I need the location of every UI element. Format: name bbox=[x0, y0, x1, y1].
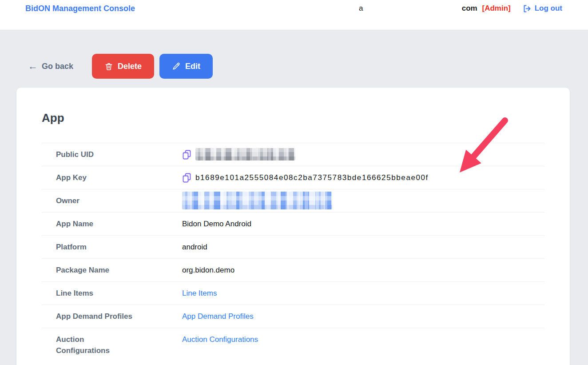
row-value-text: b1689e101a2555084e08c2ba7375783bde166625… bbox=[195, 172, 429, 183]
row-value-link[interactable]: App Demand Profiles bbox=[182, 311, 254, 322]
logout-icon bbox=[522, 4, 532, 13]
row-label: Line Items bbox=[42, 288, 182, 299]
card-title: App bbox=[42, 111, 544, 125]
admin-role-badge: [Admin] bbox=[482, 4, 510, 12]
pencil-icon bbox=[172, 62, 181, 71]
detail-table: Public UID App Key b1689e101a2555084e08c… bbox=[42, 143, 544, 362]
logout-button[interactable]: Log out bbox=[522, 4, 562, 13]
row-value-text: android bbox=[182, 241, 207, 253]
go-back-label: Go back bbox=[42, 62, 73, 71]
logout-label: Log out bbox=[535, 4, 562, 13]
row-label: Owner bbox=[42, 195, 182, 206]
table-row: Public UID bbox=[42, 143, 544, 166]
edit-button[interactable]: Edit bbox=[159, 54, 213, 79]
topbar-right: com [Admin] Log out bbox=[462, 4, 562, 13]
redacted-value bbox=[195, 148, 295, 160]
row-value bbox=[182, 195, 332, 206]
back-arrow-icon: ← bbox=[28, 62, 38, 70]
row-value-text: org.bidon.demo bbox=[182, 265, 234, 276]
row-value: Bidon Demo Android bbox=[182, 218, 251, 229]
row-value: org.bidon.demo bbox=[182, 265, 234, 276]
table-row: Platform android bbox=[42, 235, 544, 258]
row-value: Line Items bbox=[182, 288, 217, 299]
row-label: Auction Configurations bbox=[42, 334, 182, 356]
redacted-value bbox=[182, 192, 332, 209]
row-value: android bbox=[182, 241, 207, 253]
trash-icon bbox=[104, 62, 113, 71]
app-title[interactable]: BidON Management Console bbox=[25, 4, 135, 13]
table-row: Owner bbox=[42, 189, 544, 212]
row-label: App Demand Profiles bbox=[42, 311, 182, 322]
row-value bbox=[182, 149, 295, 160]
row-value: b1689e101a2555084e08c2ba7375783bde166625… bbox=[182, 172, 429, 183]
go-back-button[interactable]: ← Go back bbox=[28, 62, 73, 71]
row-label: App Key bbox=[42, 172, 182, 183]
table-row: App Demand Profiles App Demand Profiles bbox=[42, 305, 544, 328]
stray-text: a bbox=[359, 4, 363, 13]
row-label: Public UID bbox=[42, 149, 182, 160]
row-label: App Name bbox=[42, 218, 182, 229]
row-value-link[interactable]: Auction Configurations bbox=[182, 334, 258, 345]
row-label: Package Name bbox=[42, 265, 182, 276]
row-label: Platform bbox=[42, 241, 182, 253]
top-navbar: BidON Management Console a com [Admin] L… bbox=[0, 0, 588, 30]
user-name-fragment: com bbox=[462, 4, 477, 12]
row-value: App Demand Profiles bbox=[182, 311, 254, 322]
copy-icon[interactable] bbox=[182, 149, 191, 160]
copy-icon[interactable] bbox=[182, 172, 191, 183]
toolbar: ← Go back Delete Edit bbox=[0, 54, 588, 79]
user-info: com [Admin] bbox=[462, 4, 511, 13]
table-row: Line Items Line Items bbox=[42, 281, 544, 305]
row-value-text: Bidon Demo Android bbox=[182, 218, 251, 229]
edit-label: Edit bbox=[185, 62, 200, 71]
table-row: Auction Configurations Auction Configura… bbox=[42, 328, 544, 362]
table-row: App Name Bidon Demo Android bbox=[42, 212, 544, 235]
delete-button[interactable]: Delete bbox=[92, 54, 154, 79]
table-row: Package Name org.bidon.demo bbox=[42, 258, 544, 281]
delete-label: Delete bbox=[118, 62, 142, 71]
row-value: Auction Configurations bbox=[182, 334, 258, 345]
row-value-link[interactable]: Line Items bbox=[182, 288, 217, 299]
app-detail-card: App Public UID App Key b1689e101a2555084… bbox=[16, 88, 570, 365]
table-row: App Key b1689e101a2555084e08c2ba7375783b… bbox=[42, 166, 544, 189]
